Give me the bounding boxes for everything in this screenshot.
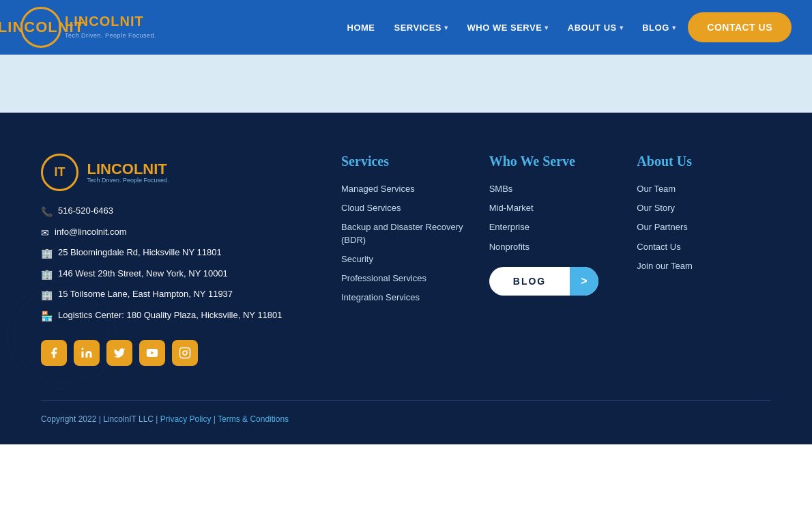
serve-smbs[interactable]: SMBs — [489, 183, 624, 195]
footer-logo-name: LINCOLNIT — [87, 162, 169, 177]
social-links — [41, 340, 314, 366]
nav-item-contact[interactable]: CONTACT US — [688, 12, 792, 42]
who-we-serve-caret-icon: ▾ — [545, 24, 549, 31]
about-our-story[interactable]: Our Story — [637, 202, 771, 214]
blog-caret-icon: ▾ — [672, 24, 676, 31]
footer-services-col: Services Managed Services Cloud Services… — [341, 154, 476, 366]
logo[interactable]: LINCOLNIT LINCOLNIT Tech Driven. People … — [20, 7, 156, 48]
footer-copyright: Copyright 2022 | LincolnIT LLC | Privacy… — [41, 414, 289, 424]
list-item[interactable]: Professional Services — [341, 272, 476, 285]
about-our-team[interactable]: Our Team — [637, 183, 771, 195]
linkedin-icon[interactable] — [74, 340, 100, 366]
nav-item-blog[interactable]: BLOG ▾ — [635, 17, 682, 38]
contact-us-button[interactable]: CONTACT US — [688, 12, 792, 42]
contact-address2: 🏢 146 West 29th Street, New York, NY 100… — [41, 268, 314, 282]
contact-phone[interactable]: 📞 516-520-6463 — [41, 205, 314, 219]
footer-right: Services Managed Services Cloud Services… — [341, 154, 771, 366]
list-item[interactable]: Our Team — [637, 183, 771, 195]
svg-rect-3 — [180, 347, 190, 358]
nav-item-services[interactable]: SERVICES ▾ — [388, 17, 455, 38]
nav-link-blog[interactable]: BLOG ▾ — [635, 17, 682, 38]
contact-address3: 🏢 15 Toilsome Lane, East Hampton, NY 119… — [41, 288, 314, 302]
contact-address1: 🏢 25 Bloomingdale Rd, Hicksville NY 1180… — [41, 246, 314, 261]
services-bdr[interactable]: Backup and Disaster Recovery (BDR) — [341, 221, 476, 246]
about-us-col-title: About Us — [637, 154, 771, 169]
svg-point-1 — [82, 347, 84, 349]
logo-circle: LINCOLNIT — [20, 7, 61, 48]
hero-bar — [0, 55, 812, 113]
logo-text: LINCOLNIT — [0, 20, 84, 35]
blog-button[interactable]: BLOG > — [489, 267, 598, 296]
address4-icon: 🏪 — [41, 310, 53, 324]
serve-midmarket[interactable]: Mid-Market — [489, 202, 624, 214]
nav-link-home[interactable]: HOME — [340, 17, 382, 38]
services-cloud[interactable]: Cloud Services — [341, 202, 476, 214]
navbar: LINCOLNIT LINCOLNIT Tech Driven. People … — [0, 0, 812, 55]
footer-logo-tagline: Tech Driven. People Focused. — [87, 177, 169, 184]
blog-btn-label: BLOG — [489, 268, 570, 295]
address1-icon: 🏢 — [41, 247, 53, 261]
list-item[interactable]: Contact Us — [637, 241, 771, 253]
list-item[interactable]: Managed Services — [341, 183, 476, 195]
blog-btn-arrow-icon: > — [570, 267, 598, 296]
svg-point-4 — [183, 351, 187, 355]
services-caret-icon: ▾ — [444, 24, 448, 31]
footer: IT LINCOLNIT Tech Driven. People Focused… — [0, 113, 812, 444]
twitter-icon[interactable] — [106, 340, 132, 366]
services-managed[interactable]: Managed Services — [341, 183, 476, 195]
about-join-team[interactable]: Join our Team — [637, 260, 771, 272]
services-list: Managed Services Cloud Services Backup a… — [341, 183, 476, 304]
contact-email[interactable]: ✉ info@lincolnit.com — [41, 226, 314, 240]
list-item[interactable]: SMBs — [489, 183, 624, 195]
serve-enterprise[interactable]: Enterprise — [489, 221, 624, 233]
footer-logo-circle: IT — [41, 154, 78, 191]
services-col-title: Services — [341, 154, 476, 169]
phone-icon: 📞 — [41, 205, 53, 219]
services-professional[interactable]: Professional Services — [341, 272, 476, 285]
list-item[interactable]: Our Partners — [637, 221, 771, 233]
about-us-list: Our Team Our Story Our Partners Contact … — [637, 183, 771, 272]
nav-item-who-we-serve[interactable]: WHO WE SERVE ▾ — [461, 17, 555, 38]
list-item[interactable]: Integration Services — [341, 291, 476, 304]
list-item[interactable]: Enterprise — [489, 221, 624, 233]
footer-logo-icon: IT — [55, 165, 66, 180]
address3-icon: 🏢 — [41, 289, 53, 302]
footer-who-we-serve-col: Who We Serve SMBs Mid-Market Enterprise … — [489, 154, 624, 366]
list-item[interactable]: Mid-Market — [489, 202, 624, 214]
about-contact-us[interactable]: Contact Us — [637, 241, 771, 253]
list-item[interactable]: Security — [341, 253, 476, 266]
footer-logo-text: LINCOLNIT Tech Driven. People Focused. — [87, 162, 169, 184]
contact-address4: 🏪 Logistics Center: 180 Quality Plaza, H… — [41, 309, 314, 324]
svg-rect-0 — [82, 351, 84, 357]
youtube-icon[interactable] — [139, 340, 165, 366]
list-item[interactable]: Cloud Services — [341, 202, 476, 214]
svg-point-5 — [187, 349, 188, 351]
footer-contact-list: 📞 516-520-6463 ✉ info@lincolnit.com 🏢 25… — [41, 205, 314, 324]
instagram-icon[interactable] — [172, 340, 198, 366]
terms-conditions-link[interactable]: Terms & Conditions — [218, 414, 289, 424]
nav-link-about-us[interactable]: ABOUT US ▾ — [561, 17, 630, 38]
nav-link-services[interactable]: SERVICES ▾ — [388, 17, 455, 38]
privacy-policy-link[interactable]: Privacy Policy — [160, 414, 212, 424]
blog-btn-wrap: BLOG > — [489, 267, 624, 296]
address2-icon: 🏢 — [41, 268, 53, 282]
logo-main: LINCOLNIT — [0, 20, 84, 35]
facebook-icon[interactable] — [41, 340, 67, 366]
list-item[interactable]: Nonprofits — [489, 241, 624, 253]
footer-logo[interactable]: IT LINCOLNIT Tech Driven. People Focused… — [41, 154, 314, 191]
nav-item-home[interactable]: HOME — [340, 17, 382, 38]
serve-nonprofits[interactable]: Nonprofits — [489, 241, 624, 253]
nav-link-who-we-serve[interactable]: WHO WE SERVE ▾ — [461, 17, 555, 38]
about-us-caret-icon: ▾ — [620, 24, 624, 31]
footer-bottom: Copyright 2022 | LincolnIT LLC | Privacy… — [41, 400, 771, 424]
list-item[interactable]: Backup and Disaster Recovery (BDR) — [341, 221, 476, 246]
services-security[interactable]: Security — [341, 253, 476, 266]
list-item[interactable]: Join our Team — [637, 260, 771, 272]
nav-item-about-us[interactable]: ABOUT US ▾ — [561, 17, 630, 38]
about-our-partners[interactable]: Our Partners — [637, 221, 771, 233]
who-we-serve-list: SMBs Mid-Market Enterprise Nonprofits — [489, 183, 624, 253]
email-icon: ✉ — [41, 227, 49, 240]
services-integration[interactable]: Integration Services — [341, 291, 476, 304]
list-item[interactable]: Our Story — [637, 202, 771, 214]
who-we-serve-col-title: Who We Serve — [489, 154, 624, 169]
